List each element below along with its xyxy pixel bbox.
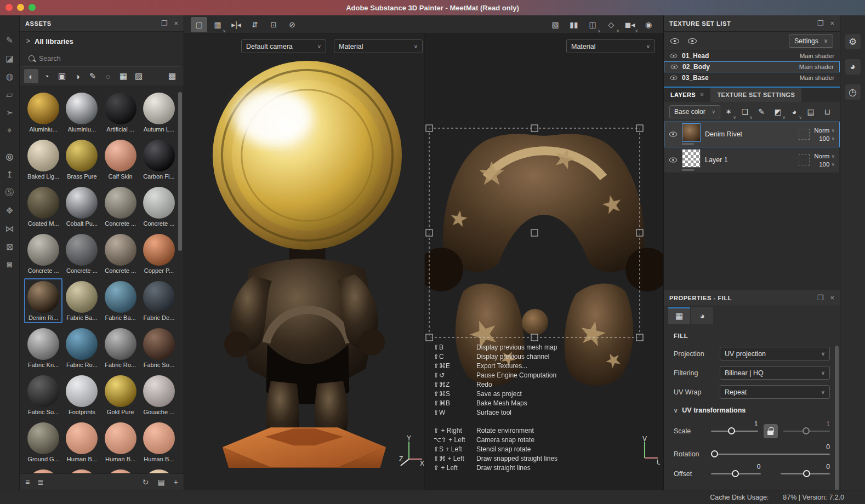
scale-link-lock-button[interactable]: [764, 424, 778, 438]
assets-footer-button[interactable]: +: [174, 478, 178, 486]
layers-toolbar-button[interactable]: ⊔∨: [820, 105, 834, 118]
offset-y-slider[interactable]: 0: [781, 473, 830, 474]
assets-footer-button[interactable]: ≣: [37, 478, 44, 486]
asset-item[interactable]: Human Fe...: [140, 467, 178, 473]
viewport-tool-button[interactable]: ⊘∨: [284, 17, 300, 32]
tool-button[interactable]: ◎: [2, 148, 18, 164]
uv-transformations-header[interactable]: ∨ UV transformations: [674, 406, 830, 414]
asset-filter-button[interactable]: ▦: [116, 69, 130, 83]
asset-item[interactable]: Aluminiu...: [24, 90, 62, 135]
offset-x-slider[interactable]: 0: [711, 473, 761, 474]
library-selector[interactable]: > All libraries: [20, 32, 184, 50]
asset-filter-button[interactable]: ◑: [70, 69, 84, 83]
layers-toolbar-button[interactable]: ◩∨: [771, 105, 785, 118]
asset-item[interactable]: Fabric Ba...: [62, 278, 101, 323]
asset-item[interactable]: Cobalt Pu...: [62, 184, 101, 229]
viewport-display-button[interactable]: ◼◂∨: [622, 17, 638, 32]
asset-item[interactable]: Fabric Ba...: [101, 278, 140, 323]
viewport-tool-button[interactable]: ▦∨: [209, 17, 226, 32]
viewport-display-button[interactable]: ◇∨: [603, 17, 619, 32]
viewport-2d[interactable]: Material ∨: [425, 34, 663, 490]
asset-item[interactable]: Human B...: [101, 420, 140, 465]
asset-item[interactable]: Autumn L...: [140, 90, 178, 135]
assets-scrollbar[interactable]: [178, 92, 182, 251]
panel-toggle-button[interactable]: ◕: [845, 59, 861, 75]
rotation-slider[interactable]: 0: [711, 454, 830, 455]
channel-select[interactable]: Base color ∨: [669, 105, 720, 118]
layer-row[interactable]: Layer 1 Norm∨ 100∨: [664, 147, 840, 173]
visibility-eye-icon[interactable]: [670, 54, 678, 58]
asset-item[interactable]: Human B...: [62, 420, 101, 465]
scale-x-slider[interactable]: 1: [711, 431, 758, 432]
camera-select[interactable]: Default camera ∨: [241, 39, 326, 53]
asset-item[interactable]: Fabric Su...: [24, 373, 62, 417]
tab-texture-set-settings[interactable]: TEXTURE SET SETTINGS: [710, 88, 801, 102]
viewport-display-button[interactable]: ▧∨: [547, 17, 564, 32]
layer-row[interactable]: Denim Rivet Norm∨ 100∨: [664, 122, 840, 147]
texture-set-row[interactable]: 03_Base Main shader: [664, 72, 840, 83]
asset-item[interactable]: Concrete ...: [62, 231, 101, 276]
asset-item[interactable]: Concrete ...: [101, 184, 140, 229]
tool-button[interactable]: ⌖: [2, 122, 18, 139]
layer-visibility-eye-icon[interactable]: [669, 158, 677, 163]
asset-item[interactable]: Concrete ...: [101, 231, 140, 276]
viewport-display-button[interactable]: ◫∨: [584, 17, 601, 32]
asset-item[interactable]: Gouache ...: [140, 373, 178, 417]
tool-button[interactable]: ⊠: [2, 238, 18, 255]
asset-item[interactable]: Carbon Fi...: [140, 137, 178, 182]
tool-button[interactable]: ❖: [2, 202, 18, 219]
asset-filter-button[interactable]: ◔: [39, 69, 54, 83]
display-mode-select-3d[interactable]: Material ∨: [334, 39, 423, 53]
panel-toggle-button[interactable]: ◷: [845, 84, 861, 100]
properties-scrollbar[interactable]: [835, 346, 839, 494]
blend-mode-select[interactable]: Norm∨: [814, 127, 835, 134]
asset-filter-button[interactable]: ✎: [86, 69, 100, 83]
layer-mask-slot[interactable]: [799, 154, 810, 165]
assets-footer-button[interactable]: ≡: [25, 478, 30, 486]
fill-properties-tab[interactable]: ▦: [668, 307, 690, 324]
blend-mode-select[interactable]: Norm∨: [814, 153, 835, 159]
asset-item[interactable]: Fabric Ro...: [62, 325, 101, 370]
slider-knob[interactable]: [711, 450, 718, 457]
asset-item[interactable]: Denim Ri...: [24, 278, 62, 323]
layers-toolbar-button[interactable]: ◕∨: [787, 105, 801, 118]
viewport-tool-button[interactable]: ⇵∨: [247, 17, 263, 32]
close-window-button[interactable]: [5, 4, 13, 11]
viewport-tool-button[interactable]: ▸|◂∨: [228, 17, 244, 32]
visibility-eye-icon[interactable]: [670, 76, 678, 80]
asset-item[interactable]: Aluminiu...: [62, 90, 101, 135]
tool-button[interactable]: ◪: [2, 50, 18, 66]
layers-toolbar-button[interactable]: ▤∨: [804, 105, 818, 118]
asset-item[interactable]: Concrete ...: [140, 184, 178, 229]
layers-toolbar-button[interactable]: ❏∨: [738, 105, 752, 118]
solo-visibility-icon[interactable]: [688, 38, 697, 44]
opacity-select[interactable]: 100∨: [819, 135, 835, 142]
viewport-3d[interactable]: Default camera ∨ Material ∨: [184, 34, 425, 490]
asset-item[interactable]: Coated M...: [24, 184, 62, 229]
asset-filter-button[interactable]: ◌: [101, 69, 115, 83]
tab-layers[interactable]: LAYERS ×: [664, 88, 710, 102]
asset-item[interactable]: Copper P...: [140, 231, 178, 276]
close-panel-icon[interactable]: ×: [830, 19, 834, 27]
layers-toolbar-button[interactable]: ✎∨: [754, 105, 769, 118]
asset-item[interactable]: Concrete ...: [24, 231, 62, 276]
asset-item[interactable]: Brass Pure: [62, 137, 101, 182]
assets-footer-button[interactable]: ▤: [158, 478, 165, 486]
asset-item[interactable]: Baked Lig...: [24, 137, 62, 182]
slider-knob[interactable]: [728, 427, 735, 434]
viewport-display-button[interactable]: ▮▮∨: [566, 17, 582, 32]
opacity-select[interactable]: 100∨: [819, 161, 835, 168]
scale-y-slider[interactable]: 1: [783, 431, 830, 432]
tool-button[interactable]: ⋈: [2, 220, 18, 237]
display-mode-select-2d[interactable]: Material ∨: [566, 39, 655, 53]
asset-item[interactable]: Footprints: [62, 373, 101, 417]
float-panel-icon[interactable]: ❐: [817, 19, 824, 27]
tool-button[interactable]: ◍: [2, 68, 18, 84]
slider-knob[interactable]: [803, 470, 810, 477]
float-panel-icon[interactable]: ❐: [161, 19, 168, 27]
asset-item[interactable]: Calf Skin: [101, 137, 140, 182]
asset-item[interactable]: Human F...: [101, 467, 140, 473]
viewport-tool-button[interactable]: ▢∨: [191, 17, 207, 32]
asset-item[interactable]: Fabric Ro...: [101, 325, 140, 370]
asset-item[interactable]: Gold Pure: [101, 373, 140, 417]
